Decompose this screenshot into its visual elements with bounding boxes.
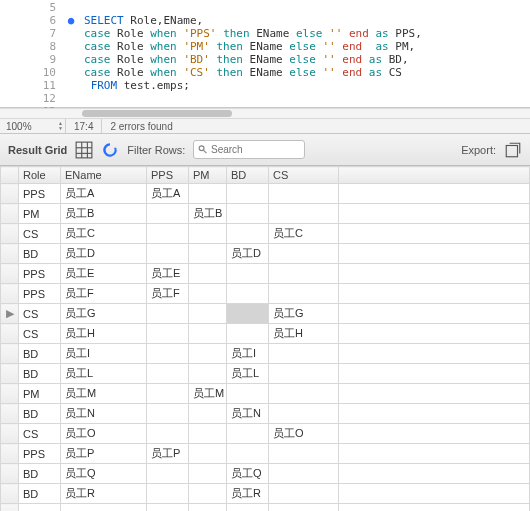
cell-pps[interactable] [147,204,189,224]
row-selector[interactable] [1,364,19,384]
column-header-ename[interactable]: EName [61,167,147,184]
row-selector[interactable] [1,284,19,304]
table-row[interactable]: BD员工L员工L [1,364,530,384]
cell-cs[interactable]: 员工O [269,424,339,444]
row-selector[interactable] [1,404,19,424]
cell-pps[interactable]: 员工F [147,284,189,304]
table-row[interactable]: BD员工N员工N [1,404,530,424]
cell-cs[interactable]: 员工G [269,304,339,324]
scrollbar-thumb[interactable] [82,110,232,117]
cell-pm[interactable] [189,484,227,504]
row-selector[interactable] [1,244,19,264]
table-row[interactable]: PPS员工P员工P [1,444,530,464]
zoom-stepper-icon[interactable]: ▲▼ [58,121,63,131]
cell-pps[interactable]: 员工E [147,264,189,284]
cell-cs[interactable]: 员工C [269,224,339,244]
row-selector[interactable] [1,424,19,444]
cell-ename[interactable]: 员工C [61,224,147,244]
code-content[interactable]: SELECT Role,EName,case Role when 'PPS' t… [80,0,530,107]
table-row[interactable]: CS员工O员工O [1,424,530,444]
cell-role[interactable] [19,504,61,512]
cell-cs[interactable] [269,184,339,204]
cell-bd[interactable]: 员工N [227,404,269,424]
cell-bd[interactable] [227,384,269,404]
table-row[interactable]: BD员工I员工I [1,344,530,364]
cell-ename[interactable]: 员工R [61,484,147,504]
column-header-pm[interactable]: PM [189,167,227,184]
cell-pm[interactable] [189,344,227,364]
cell-role[interactable]: BD [19,484,61,504]
cell-pm[interactable] [189,324,227,344]
cell-ename[interactable]: 员工B [61,204,147,224]
cell-ename[interactable]: 员工D [61,244,147,264]
table-row[interactable]: PM员工M员工M [1,384,530,404]
cell-ename[interactable]: 员工G [61,304,147,324]
cell-pm[interactable]: 员工B [189,204,227,224]
cell-pm[interactable] [189,224,227,244]
cell-bd[interactable]: 员工I [227,344,269,364]
grid-view-icon[interactable] [75,141,93,159]
cell-pm[interactable] [189,284,227,304]
export-icon[interactable] [504,141,522,159]
cell-role[interactable]: PPS [19,184,61,204]
cell-pps[interactable] [147,364,189,384]
cell-pps[interactable]: 员工P [147,444,189,464]
result-grid[interactable]: RoleENamePPSPMBDCS PPS员工A员工APM员工B员工BCS员工… [0,166,530,511]
cell-ename[interactable]: 员工A [61,184,147,204]
cell-cs[interactable] [269,504,339,512]
cell-ename[interactable]: 员工E [61,264,147,284]
cell-ename[interactable]: 员工O [61,424,147,444]
cell-ename[interactable]: 员工Q [61,464,147,484]
cell-cs[interactable] [269,464,339,484]
cell-role[interactable]: BD [19,344,61,364]
cell-ename[interactable]: 员工F [61,284,147,304]
cell-pm[interactable] [189,304,227,324]
cell-role[interactable]: PPS [19,264,61,284]
table-row[interactable]: PPS员工F员工F [1,284,530,304]
cell-ename[interactable]: 员工H [61,324,147,344]
cell-cs[interactable] [269,364,339,384]
cell-ename[interactable]: 员工N [61,404,147,424]
cell-cs[interactable] [269,384,339,404]
row-selector[interactable] [1,384,19,404]
cell-bd[interactable] [227,184,269,204]
row-selector[interactable] [1,224,19,244]
cell-bd[interactable] [227,264,269,284]
cell-pm[interactable] [189,504,227,512]
cell-role[interactable]: PPS [19,284,61,304]
cell-bd[interactable]: 员工Q [227,464,269,484]
row-selector[interactable]: ▶ [1,304,19,324]
table-row[interactable] [1,504,530,512]
cell-bd[interactable]: 员工D [227,244,269,264]
cell-pps[interactable] [147,464,189,484]
cell-pps[interactable] [147,244,189,264]
cell-pm[interactable] [189,444,227,464]
table-row[interactable]: PPS员工A员工A [1,184,530,204]
cell-bd[interactable] [227,424,269,444]
row-selector[interactable] [1,444,19,464]
cell-role[interactable]: PPS [19,444,61,464]
table-row[interactable]: CS员工H员工H [1,324,530,344]
cell-bd[interactable] [227,304,269,324]
cell-pm[interactable]: 员工M [189,384,227,404]
cell-ename[interactable]: 员工L [61,364,147,384]
row-selector[interactable] [1,464,19,484]
row-selector[interactable] [1,504,19,512]
zoom-control[interactable]: 100% ▲▼ [0,119,66,133]
cell-cs[interactable] [269,284,339,304]
column-header-role[interactable]: Role [19,167,61,184]
cell-bd[interactable]: 员工R [227,484,269,504]
cell-pps[interactable] [147,404,189,424]
cell-role[interactable]: PM [19,384,61,404]
table-row[interactable]: PPS员工E员工E [1,264,530,284]
cell-pm[interactable] [189,404,227,424]
cell-cs[interactable] [269,484,339,504]
cell-pm[interactable] [189,464,227,484]
editor-horizontal-scrollbar[interactable] [0,108,530,118]
cell-bd[interactable] [227,444,269,464]
cell-bd[interactable] [227,504,269,512]
sql-editor[interactable]: 5678910111213 ● SELECT Role,EName,case R… [0,0,530,108]
row-selector[interactable] [1,204,19,224]
cell-cs[interactable] [269,244,339,264]
table-row[interactable]: BD员工Q员工Q [1,464,530,484]
